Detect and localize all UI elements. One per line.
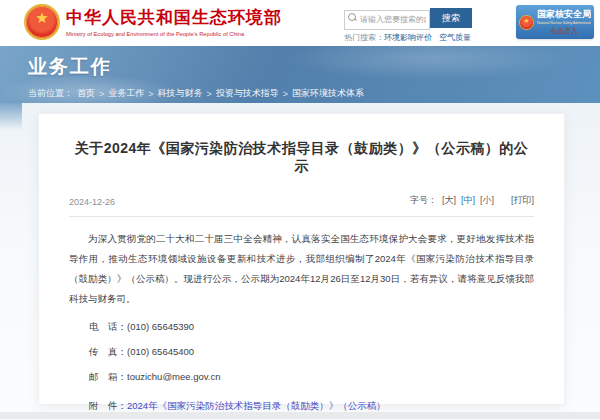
email-value: touzichu@mee.gov.cn bbox=[127, 371, 220, 382]
section-banner: 业务工作 当前位置： 首页 > 业务工作 > 科技与财务 > 投资与技术指导 >… bbox=[0, 46, 600, 103]
font-size-label: 字号： bbox=[410, 194, 437, 207]
fax-label: 传 真： bbox=[89, 346, 127, 357]
search-button[interactable]: 搜索 bbox=[430, 8, 472, 28]
fax-value: (010) 65645400 bbox=[127, 346, 194, 357]
hot-search-link-eia[interactable]: 环境影响评价 bbox=[384, 33, 432, 42]
contact-row-email: 邮 箱：touzichu@mee.gov.cn bbox=[69, 371, 534, 384]
attachment-link[interactable]: 2024年《国家污染防治技术指导目录（鼓励类）》（公示稿） bbox=[127, 400, 386, 411]
nnsa-text: 国家核安全局 National Nuclear Safety Administr… bbox=[537, 8, 591, 36]
nnsa-badge[interactable]: 国家核安全局 National Nuclear Safety Administr… bbox=[516, 5, 594, 39]
article-meta-row: 2024-12-26 字号： [大] [中] [小] [打印] bbox=[69, 194, 534, 217]
breadcrumb-separator: > bbox=[99, 89, 104, 99]
breadcrumb-item-env-tech-system[interactable]: 国家环境技术体系 bbox=[292, 87, 364, 100]
nnsa-enter-link[interactable]: 点击进入 bbox=[537, 26, 591, 36]
font-size-medium-button[interactable]: [中] bbox=[461, 194, 475, 207]
search-box bbox=[344, 8, 430, 28]
breadcrumb-item-investment-guidance[interactable]: 投资与技术指导 bbox=[216, 87, 279, 100]
page-section-title: 业务工作 bbox=[28, 54, 600, 80]
publish-date: 2024-12-26 bbox=[69, 197, 115, 207]
site-header: 中华人民共和国生态环境部 Ministry of Ecology and Env… bbox=[0, 0, 600, 46]
contact-row-phone: 电 话：(010) 65645390 bbox=[69, 321, 534, 334]
main-area: 关于2024年《国家污染防治技术指导目录（鼓励类）》（公示稿）的公示 2024-… bbox=[0, 103, 600, 420]
print-button[interactable]: [打印] bbox=[511, 194, 534, 207]
nnsa-emblem-icon bbox=[519, 15, 534, 30]
breadcrumb-location-label: 当前位置： bbox=[28, 87, 73, 100]
breadcrumb-item-tech-finance[interactable]: 科技与财务 bbox=[158, 87, 203, 100]
article-tools: 字号： [大] [中] [小] [打印] bbox=[410, 194, 534, 207]
breadcrumb-item-home[interactable]: 首页 bbox=[77, 87, 95, 100]
nnsa-title: 国家核安全局 bbox=[537, 8, 591, 21]
breadcrumb-separator: > bbox=[283, 89, 288, 99]
nnsa-subtitle: National Nuclear Safety Administration bbox=[537, 21, 560, 23]
contact-row-fax: 传 真：(010) 65645400 bbox=[69, 346, 534, 359]
breadcrumb-separator: > bbox=[148, 89, 153, 99]
article-title: 关于2024年《国家污染防治技术指导目录（鼓励类）》（公示稿）的公示 bbox=[69, 140, 534, 176]
breadcrumb-separator: > bbox=[207, 89, 212, 99]
article-paragraph: 为深入贯彻党的二十大和二十届三中全会精神，认真落实全国生态环境保护大会要求，更好… bbox=[69, 229, 534, 309]
hot-search-row: 热门搜索：环境影响评价空气质量 bbox=[344, 32, 474, 43]
article-card: 关于2024年《国家污染防治技术指导目录（鼓励类）》（公示稿）的公示 2024-… bbox=[38, 113, 565, 405]
national-emblem-logo bbox=[24, 4, 60, 40]
attachment-row: 附 件：2024年《国家污染防治技术指导目录（鼓励类）》（公示稿） bbox=[69, 400, 534, 413]
attachment-label: 附 件： bbox=[89, 400, 127, 411]
ministry-brand: 中华人民共和国生态环境部 Ministry of Ecology and Env… bbox=[66, 6, 379, 42]
phone-value: (010) 65645390 bbox=[127, 321, 194, 332]
ministry-title: 中华人民共和国生态环境部 bbox=[66, 6, 379, 29]
font-size-large-button[interactable]: [大] bbox=[442, 194, 456, 207]
hot-search-label: 热门搜索： bbox=[344, 33, 384, 42]
font-size-small-button[interactable]: [小] bbox=[480, 194, 494, 207]
search-area: 搜索 热门搜索：环境影响评价空气质量 bbox=[344, 8, 474, 43]
search-input[interactable] bbox=[344, 10, 430, 30]
email-label: 邮 箱： bbox=[89, 371, 127, 382]
breadcrumb-item-business[interactable]: 业务工作 bbox=[108, 87, 144, 100]
breadcrumb: 当前位置： 首页 > 业务工作 > 科技与财务 > 投资与技术指导 > 国家环境… bbox=[28, 87, 600, 100]
hot-search-link-air[interactable]: 空气质量 bbox=[439, 33, 471, 42]
page-bottom-divider bbox=[0, 412, 600, 419]
phone-label: 电 话： bbox=[89, 321, 127, 332]
ministry-subtitle: Ministry of Ecology and Environment of t… bbox=[66, 31, 244, 37]
